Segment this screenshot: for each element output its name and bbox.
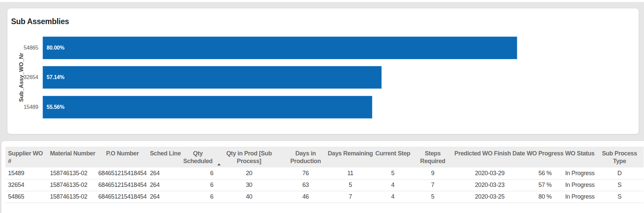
column-header-text: Current Step — [373, 150, 412, 157]
column-header-wo_status[interactable]: WO Status — [564, 147, 595, 167]
cell-wo_status: In Progress — [564, 191, 595, 203]
bar[interactable]: 55.56% — [43, 96, 372, 119]
cell-sched_line: 264 — [147, 167, 181, 179]
cell-days_remaining: 5 — [327, 179, 373, 191]
column-header-text: Supplier WO # — [8, 150, 47, 165]
cell-steps_required: 9 — [412, 167, 453, 179]
column-header-text: Sub Process Type — [595, 150, 644, 165]
cell-days_in_production: 76 — [284, 167, 327, 179]
cell-steps_required: 7 — [412, 179, 453, 191]
cell-material_number: 158746135-02 — [47, 191, 98, 203]
work-orders-table-card: Supplier WO #Material NumberP.O NumberSc… — [1, 141, 644, 213]
bar-category-label: 54865 — [7, 37, 38, 59]
column-header-text: Material Number — [50, 150, 98, 157]
cell-po_number: 684651215418454 — [98, 191, 147, 203]
cell-material_number: 158746135-02 — [47, 167, 98, 179]
column-header-text: Qty in Prod [Sub Process] — [214, 150, 284, 165]
cell-steps_required: 5 — [412, 191, 453, 203]
table-row: 32654158746135-0268465121541845426463063… — [5, 179, 644, 191]
cell-days_in_production: 46 — [284, 191, 327, 203]
cell-qty_scheduled: 6 — [181, 179, 214, 191]
bar-category-label: 32654 — [7, 66, 38, 89]
cell-days_in_production: 63 — [284, 179, 327, 191]
column-header-text: Steps Required — [412, 150, 453, 165]
work-orders-table: Supplier WO #Material NumberP.O NumberSc… — [5, 147, 644, 203]
bar-value-label: 80.00% — [43, 45, 64, 51]
cell-po_number: 684651215418454 — [98, 167, 147, 179]
cell-qty_in_prod: 40 — [214, 191, 284, 203]
cell-qty_in_prod: 30 — [214, 179, 284, 191]
column-header-sub_process_type[interactable]: Sub Process Type — [595, 147, 644, 167]
sort-ascending-icon — [217, 163, 221, 165]
chart-title: Sub Assemblies — [11, 17, 69, 26]
column-header-text: WO Status — [565, 150, 595, 157]
bar-row: 1548955.56% — [7, 96, 639, 119]
cell-predicted_finish: 2020-03-23 — [453, 179, 526, 191]
column-header-text: Days Remaining — [327, 150, 373, 157]
column-header-wo_progress[interactable]: WO Progress — [526, 147, 564, 167]
cell-supplier_wo: 32654 — [5, 179, 47, 191]
column-header-predicted_finish[interactable]: Predicted WO Finish Date — [453, 147, 526, 167]
column-header-qty_in_prod[interactable]: Qty in Prod [Sub Process] — [214, 147, 284, 167]
bar[interactable]: 80.00% — [43, 37, 517, 59]
cell-supplier_wo: 15489 — [5, 167, 47, 179]
cell-qty_scheduled: 6 — [181, 167, 214, 179]
cell-supplier_wo: 54865 — [5, 191, 47, 203]
cell-wo_progress: 57 % — [526, 179, 564, 191]
table-row: 54865158746135-0268465121541845426464046… — [5, 191, 644, 203]
column-header-text: Scheduled — [181, 157, 214, 165]
bar-value-label: 55.56% — [43, 104, 64, 110]
column-header-supplier_wo[interactable]: Supplier WO # — [5, 147, 47, 167]
cell-wo_progress: 56 % — [526, 167, 564, 179]
bar-row: 5486580.00% — [7, 37, 639, 59]
column-header-qty_scheduled[interactable]: QtyScheduled — [181, 147, 214, 167]
cell-current_step: 5 — [373, 167, 412, 179]
column-header-text: Days in — [284, 150, 327, 157]
bar-category-label: 15489 — [7, 96, 38, 119]
bar-row: 3265457.14% — [7, 66, 639, 89]
column-header-po_number[interactable]: P.O Number — [98, 147, 147, 167]
column-header-material_number[interactable]: Material Number — [47, 147, 98, 167]
cell-sched_line: 264 — [147, 179, 181, 191]
cell-wo_progress: 80 % — [526, 191, 564, 203]
cell-sub_process_type: S — [595, 179, 644, 191]
cell-qty_scheduled: 6 — [181, 191, 214, 203]
table-header-row: Supplier WO #Material NumberP.O NumberSc… — [5, 147, 644, 167]
column-header-text: Production — [284, 157, 327, 165]
column-header-text: P.O Number — [98, 150, 147, 157]
cell-days_remaining: 11 — [327, 167, 373, 179]
cell-material_number: 158746135-02 — [47, 179, 98, 191]
cell-sub_process_type: S — [595, 191, 644, 203]
cell-predicted_finish: 2020-03-25 — [453, 191, 526, 203]
cell-po_number: 684651215418454 — [98, 179, 147, 191]
column-header-steps_required[interactable]: Steps Required — [412, 147, 453, 167]
column-header-text: WO Progress — [526, 150, 564, 157]
sub-assemblies-chart-card: Sub Assemblies Sub_Assy_WO_Nr 5486580.00… — [7, 8, 639, 134]
cell-wo_status: In Progress — [564, 167, 595, 179]
column-header-current_step[interactable]: Current Step — [373, 147, 412, 167]
cell-current_step: 4 — [373, 179, 412, 191]
cell-sub_process_type: D — [595, 167, 644, 179]
column-header-text: Qty — [181, 150, 214, 157]
table-body: 15489158746135-0268465121541845426462076… — [5, 167, 644, 203]
cell-current_step: 4 — [373, 191, 412, 203]
column-header-days_remaining[interactable]: Days Remaining — [327, 147, 373, 167]
column-header-sched_line[interactable]: Sched Line — [147, 147, 181, 167]
column-header-days_in_production[interactable]: Days inProduction — [284, 147, 327, 167]
bar-value-label: 57.14% — [43, 74, 64, 80]
cell-wo_status: In Progress — [564, 179, 595, 191]
column-header-text: Predicted WO Finish Date — [453, 150, 526, 157]
cell-qty_in_prod: 20 — [214, 167, 284, 179]
cell-days_remaining: 7 — [327, 191, 373, 203]
cell-sched_line: 264 — [147, 191, 181, 203]
top-strip — [0, 0, 644, 2]
table-row: 15489158746135-0268465121541845426462076… — [5, 167, 644, 179]
bar[interactable]: 57.14% — [43, 66, 382, 89]
cell-predicted_finish: 2020-03-29 — [453, 167, 526, 179]
column-header-text: Sched Line — [150, 150, 181, 157]
